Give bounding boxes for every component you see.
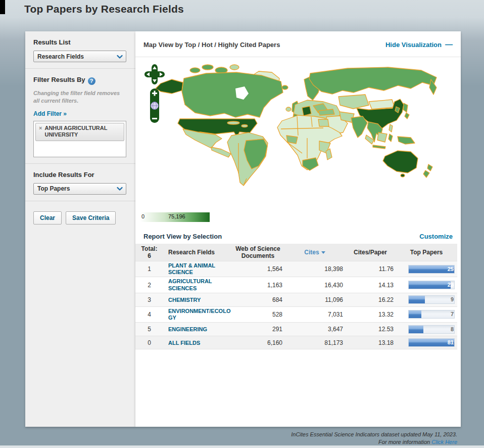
customize-link[interactable]: Customize: [419, 233, 453, 240]
table-row: 3 CHEMISTRY 684 11,096 16.22 9: [135, 293, 457, 306]
top-papers-value: 8: [451, 326, 454, 332]
remove-filter-icon[interactable]: ×: [39, 125, 42, 139]
world-map-visualization[interactable]: 0 75,196: [135, 57, 461, 229]
wos-documents-value: 291: [231, 326, 284, 333]
research-fields-header[interactable]: Research Fields: [163, 249, 231, 256]
wos-documents-value: 528: [231, 311, 284, 318]
include-results-select[interactable]: Top Papers: [33, 183, 126, 195]
cites-value: 3,647: [284, 326, 345, 333]
top-papers-bar: 23: [408, 281, 455, 289]
clear-button[interactable]: Clear: [33, 211, 62, 225]
hide-visualization-link[interactable]: Hide Visualization —: [385, 41, 453, 49]
top-papers-bar-fill: [409, 310, 421, 318]
cites-per-paper-value: 14.13: [345, 282, 396, 289]
cites-per-paper-value: 12.53: [345, 326, 396, 333]
cites-header[interactable]: Cites: [284, 249, 345, 256]
bottom-strip: [0, 445, 484, 448]
chevron-down-icon: [116, 185, 123, 192]
map-legend-gradient: 0 75,196: [140, 212, 210, 222]
research-field-link[interactable]: PLANT & ANIMAL SCIENCE: [168, 262, 231, 276]
cites-per-paper-value: 16.22: [345, 296, 396, 303]
include-results-selected-value: Top Papers: [37, 185, 70, 192]
choropleth-world-map[interactable]: [135, 57, 461, 229]
include-results-section: Include Results For Top Papers: [25, 164, 135, 201]
results-table: Total: 6 Research Fields Web of Science …: [135, 244, 457, 349]
cites-value: 81,173: [284, 339, 345, 346]
table-row: 1 PLANT & ANIMAL SCIENCE 1,564 18,398 11…: [135, 261, 457, 277]
results-list-selected-value: Research Fields: [37, 53, 84, 60]
top-papers-value: 9: [451, 296, 454, 302]
row-rank: 5: [135, 326, 163, 333]
top-papers-header[interactable]: Top Papers: [396, 249, 457, 256]
help-icon[interactable]: ?: [88, 77, 95, 85]
report-view-title: Report View by Selection: [143, 233, 222, 240]
wos-documents-header[interactable]: Web of Science Documents: [231, 245, 284, 259]
legend-min-value: 0: [141, 213, 144, 219]
click-here-link[interactable]: Click Here: [431, 439, 457, 445]
cites-per-paper-value: 11.76: [345, 265, 396, 273]
row-rank: 3: [135, 296, 163, 303]
more-info-text: For more information: [378, 439, 431, 445]
top-papers-bar: 9: [408, 295, 455, 304]
criteria-buttons-row: Clear Save Criteria: [25, 201, 135, 235]
cites-per-paper-header[interactable]: Cites/Paper: [345, 249, 396, 256]
cites-per-paper-value: 13.18: [345, 339, 396, 346]
top-papers-bar-fill: [409, 296, 425, 303]
row-rank: 2: [135, 282, 163, 289]
map-view-title: Map View by Top / Hot / Highly Cited Pap…: [143, 41, 280, 49]
table-row: 0 ALL FIELDS 6,160 81,173 13.18 81: [135, 336, 457, 349]
include-results-label: Include Results For: [33, 171, 127, 178]
active-filters-listbox[interactable]: × ANHUI AGRICULTURAL UNIVERSITY: [33, 121, 126, 157]
research-field-link[interactable]: ENGINEERING: [168, 326, 207, 333]
top-papers-bar: 25: [408, 265, 455, 274]
row-rank: 1: [135, 265, 163, 273]
zoom-control: [150, 88, 159, 123]
save-criteria-button[interactable]: Save Criteria: [66, 211, 116, 225]
research-field-link[interactable]: ALL FIELDS: [168, 340, 200, 346]
wos-documents-value: 1,564: [231, 265, 284, 273]
wos-documents-value: 1,163: [231, 282, 284, 289]
dataset-updated-text: InCites Essential Science Indicators dat…: [291, 431, 457, 438]
report-view-header: Report View by Selection Customize: [135, 229, 461, 244]
results-list-select[interactable]: Research Fields: [33, 51, 126, 62]
top-papers-value: 25: [448, 266, 454, 272]
map-controls[interactable]: [143, 63, 166, 125]
main-panel: Map View by Top / Hot / Highly Cited Pap…: [135, 31, 461, 427]
filter-chip[interactable]: × ANHUI AGRICULTURAL UNIVERSITY: [35, 123, 124, 142]
cites-value: 11,096: [284, 296, 345, 303]
results-list-section: Results List Research Fields: [25, 31, 135, 69]
wos-documents-value: 684: [231, 296, 284, 303]
top-papers-value: 23: [448, 282, 454, 288]
research-field-link[interactable]: ENVIRONMENT/ECOLOGY: [168, 308, 231, 321]
top-papers-bar: 7: [408, 310, 455, 319]
cites-value: 16,430: [284, 282, 345, 289]
table-body: 1 PLANT & ANIMAL SCIENCE 1,564 18,398 11…: [135, 261, 457, 349]
pan-control: [144, 64, 165, 84]
filter-note: Changing the filter field removes all cu…: [33, 89, 127, 105]
minus-icon: —: [445, 42, 453, 47]
top-papers-value: 7: [451, 311, 454, 317]
top-papers-value: 81: [448, 339, 454, 345]
table-row: 4 ENVIRONMENT/ECOLOGY 528 7,031 13.32 7: [135, 306, 457, 322]
research-field-link[interactable]: CHEMISTRY: [168, 297, 201, 303]
top-papers-bar: 81: [408, 338, 455, 347]
cites-per-paper-value: 13.32: [345, 311, 396, 318]
filter-results-label: Filter Results By?: [33, 76, 127, 85]
legend-max-value: 75,196: [168, 213, 185, 219]
cites-value: 18,398: [284, 265, 345, 273]
row-rank: 4: [135, 311, 163, 318]
row-rank: 0: [135, 339, 163, 346]
chevron-down-icon: [116, 53, 123, 60]
cites-value: 7,031: [284, 311, 345, 318]
research-field-link[interactable]: AGRICULTURAL SCIENCES: [168, 278, 231, 291]
add-filter-link[interactable]: Add Filter »: [33, 110, 67, 117]
filters-sidebar: Results List Research Fields Filter Resu…: [25, 31, 135, 427]
table-row: 5 ENGINEERING 291 3,647 12.53 8: [135, 322, 457, 336]
sort-descending-icon: [321, 251, 325, 254]
top-papers-bar-fill: [409, 281, 451, 289]
top-papers-bar-fill: [409, 326, 423, 333]
page-title: Top Papers by Research Fields: [24, 3, 184, 15]
filter-chip-label: ANHUI AGRICULTURAL UNIVERSITY: [44, 125, 121, 139]
table-header-row: Total: 6 Research Fields Web of Science …: [135, 244, 457, 261]
results-list-label: Results List: [33, 38, 127, 46]
